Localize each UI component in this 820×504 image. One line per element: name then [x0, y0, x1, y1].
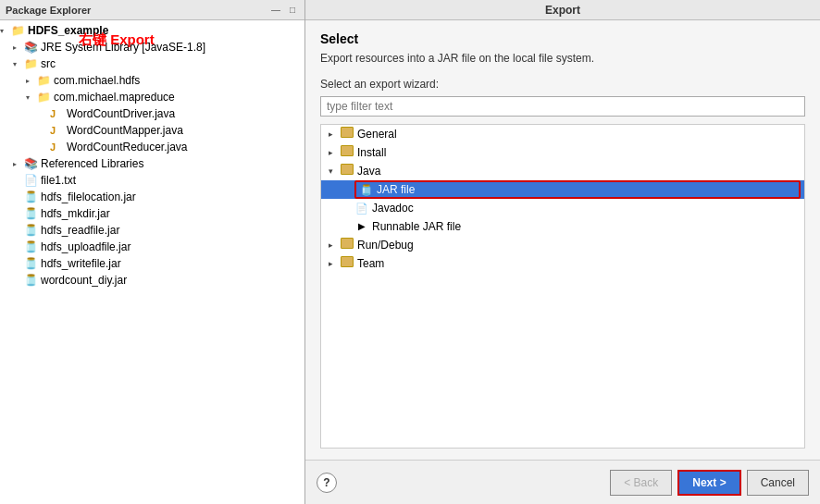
wiz-label-run-debug: Run/Debug — [357, 239, 414, 252]
wiz-label-java: Java — [357, 165, 380, 178]
filter-input[interactable] — [320, 96, 805, 117]
tree-label-hdfs-example: HDFS_example — [28, 24, 108, 37]
tree-item-wordcountmapper[interactable]: JWordCountMapper.java — [0, 122, 304, 139]
wiz-icon-install — [340, 145, 354, 160]
explorer-title: Package Explorer — [6, 5, 91, 16]
package-explorer-panel: Package Explorer — □ ▾📁HDFS_example▸📚JRE… — [0, 0, 305, 504]
dialog-footer: ? < Back Next > Cancel — [305, 460, 820, 504]
tree-item-hdfs-example[interactable]: ▾📁HDFS_example — [0, 22, 304, 39]
tree-item-wordcount-diy[interactable]: 🫙wordcount_diy.jar — [0, 272, 304, 289]
nav-buttons: < Back Next > Cancel — [610, 470, 809, 496]
tree-label-file1: file1.txt — [41, 174, 76, 187]
tree-item-ref-libs[interactable]: ▸📚Referenced Libraries — [0, 155, 304, 172]
tree-item-jre-lib[interactable]: ▸📚JRE System Library [JavaSE-1.8] — [0, 39, 304, 55]
wiz-label-general: General — [357, 128, 397, 141]
tree-item-hdfs-mkdir[interactable]: 🫙hdfs_mkdir.jar — [0, 205, 304, 222]
wiz-arrow-team: ▸ — [329, 259, 340, 268]
wizard-item-java[interactable]: ▾Java — [321, 162, 804, 180]
tree-item-hdfs-uploadfile[interactable]: 🫙hdfs_uploadfile.jar — [0, 239, 304, 255]
wizard-item-jar-file[interactable]: 🫙JAR file — [321, 180, 804, 199]
tree-item-com-michael-hdfs[interactable]: ▸📁com.michael.hdfs — [0, 72, 304, 89]
wizard-item-install[interactable]: ▸Install — [321, 143, 804, 162]
wiz-icon-runnable-jar: ▶ — [354, 219, 369, 234]
tree-item-hdfs-writefile[interactable]: 🫙hdfs_writefile.jar — [0, 255, 304, 272]
tree-label-hdfs-uploadfile: hdfs_uploadfile.jar — [41, 240, 130, 253]
export-dialog: Export Select Export resources into a JA… — [305, 0, 820, 504]
wizard-item-runnable-jar[interactable]: ▶Runnable JAR file — [321, 217, 804, 236]
help-button[interactable]: ? — [317, 473, 337, 493]
minimize-btn[interactable]: — — [269, 4, 282, 17]
tree-item-hdfs-filelocation[interactable]: 🫙hdfs_filelocation.jar — [0, 189, 304, 205]
tree-label-com-michael-mapreduce: com.michael.mapreduce — [54, 91, 175, 104]
tree-label-hdfs-mkdir: hdfs_mkdir.jar — [41, 207, 110, 220]
tree-label-hdfs-readfile: hdfs_readfile.jar — [41, 224, 119, 237]
wiz-icon-java — [340, 164, 354, 178]
wiz-arrow-general: ▸ — [329, 129, 340, 139]
tree-item-wordcountdriver[interactable]: JWordCountDriver.java — [0, 105, 304, 122]
tree-item-wordcountreducer[interactable]: JWordCountReducer.java — [0, 139, 304, 155]
back-button[interactable]: < Back — [610, 470, 672, 496]
wizard-item-javadoc[interactable]: 📄Javadoc — [321, 199, 804, 217]
next-button[interactable]: Next > — [677, 470, 740, 496]
tree-item-hdfs-readfile[interactable]: 🫙hdfs_readfile.jar — [0, 222, 304, 239]
tree-label-jre-lib: JRE System Library [JavaSE-1.8] — [41, 41, 205, 54]
wiz-icon-jar-file: 🫙 — [359, 182, 374, 197]
tree-label-ref-libs: Referenced Libraries — [41, 157, 143, 170]
tree-label-hdfs-writefile: hdfs_writefile.jar — [41, 257, 121, 270]
wizard-tree: ▸General▸Install▾Java🫙JAR file📄Javadoc▶R… — [320, 124, 805, 449]
wiz-arrow-run-debug: ▸ — [329, 240, 340, 250]
select-heading: Select — [320, 31, 805, 46]
wizard-item-general[interactable]: ▸General — [321, 125, 804, 143]
select-description: Export resources into a JAR file on the … — [320, 52, 805, 65]
wiz-icon-general — [340, 127, 354, 141]
tree-label-wordcountreducer: WordCountReducer.java — [67, 141, 188, 154]
explorer-tree: ▾📁HDFS_example▸📚JRE System Library [Java… — [0, 20, 304, 504]
filter-input-wrap — [320, 96, 805, 117]
dialog-titlebar: Export — [305, 0, 820, 20]
filter-label: Select an export wizard: — [320, 78, 805, 91]
wiz-label-javadoc: Javadoc — [372, 202, 414, 215]
wizard-item-team[interactable]: ▸Team — [321, 254, 804, 273]
explorer-header: Package Explorer — □ — [0, 0, 304, 20]
tree-item-file1[interactable]: 📄file1.txt — [0, 172, 304, 189]
tree-item-src[interactable]: ▾📁src — [0, 55, 304, 72]
maximize-btn[interactable]: □ — [286, 4, 299, 17]
tree-label-src: src — [41, 57, 56, 70]
tree-label-wordcountdriver: WordCountDriver.java — [67, 107, 175, 120]
wiz-arrow-java: ▾ — [329, 166, 340, 176]
tree-item-com-michael-mapreduce[interactable]: ▾📁com.michael.mapreduce — [0, 89, 304, 105]
cancel-button[interactable]: Cancel — [747, 470, 809, 496]
wiz-label-runnable-jar: Runnable JAR file — [372, 220, 461, 233]
wiz-label-install: Install — [357, 146, 386, 159]
dialog-body: Select Export resources into a JAR file … — [305, 20, 820, 460]
tree-label-wordcountmapper: WordCountMapper.java — [67, 124, 183, 137]
tree-label-com-michael-hdfs: com.michael.hdfs — [54, 74, 140, 87]
explorer-controls: — □ — [269, 4, 299, 17]
wiz-icon-run-debug — [340, 238, 354, 252]
wiz-label-jar-file: JAR file — [377, 183, 415, 196]
wizard-item-run-debug[interactable]: ▸Run/Debug — [321, 236, 804, 254]
wiz-icon-team — [340, 256, 354, 271]
tree-label-hdfs-filelocation: hdfs_filelocation.jar — [41, 191, 136, 203]
tree-label-wordcount-diy: wordcount_diy.jar — [41, 274, 127, 287]
wiz-arrow-install: ▸ — [329, 148, 340, 157]
wiz-icon-javadoc: 📄 — [354, 201, 369, 215]
wiz-label-team: Team — [357, 257, 384, 270]
